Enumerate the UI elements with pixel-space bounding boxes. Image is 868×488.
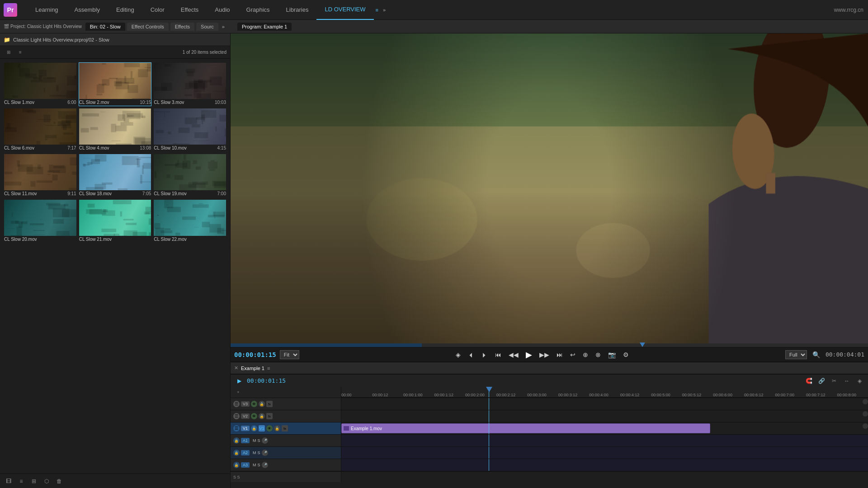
ruler-mark: 00:00:2:00: [465, 393, 485, 397]
razor-btn[interactable]: ✂: [829, 376, 839, 386]
track-a1: 🔒 A1 M S 🎤: [231, 435, 868, 447]
track-v3-fx-btn[interactable]: fx: [266, 401, 273, 407]
tab-program[interactable]: Program: Example 1: [237, 23, 292, 31]
track-v3-lock-btn[interactable]: 🔒: [259, 401, 265, 407]
nav-editing[interactable]: Editing: [108, 0, 142, 20]
track-v1-lock-btn[interactable]: 🔒: [251, 425, 257, 432]
media-item-6[interactable]: CL Slow 10.mov 4:15: [153, 108, 226, 152]
in-point-btn[interactable]: ⏴: [466, 349, 476, 360]
tl-arrow-btn[interactable]: ▶: [234, 376, 244, 386]
track-v2-lock-btn[interactable]: 🔒: [259, 413, 265, 419]
track-a1-mic-btn[interactable]: 🎤: [262, 437, 268, 444]
media-item-3[interactable]: CL Slow 3.mov 10:03: [153, 62, 226, 106]
track-a1-lock-btn[interactable]: 🔒: [233, 437, 240, 444]
media-item-12[interactable]: CL Slow 22.mov: [153, 199, 226, 243]
scrub-bar[interactable]: [231, 343, 868, 347]
nav-effects[interactable]: Effects: [173, 0, 207, 20]
tab-source[interactable]: Sourc: [196, 23, 218, 31]
insert-btn[interactable]: ⊕: [581, 349, 590, 360]
list-view-btn[interactable]: ≡: [15, 47, 25, 57]
track-v1-toggle-btn[interactable]: 👁: [266, 425, 273, 432]
track-a2-lock-btn[interactable]: 🔒: [233, 450, 240, 456]
out-point-btn[interactable]: ⏵: [480, 349, 490, 360]
step-back-btn[interactable]: ◀◀: [507, 349, 520, 360]
go-out-btn[interactable]: ⏭: [555, 349, 565, 360]
fit-dropdown[interactable]: Fit: [280, 350, 299, 359]
track-v1-eye-btn[interactable]: fx: [282, 425, 288, 432]
track-a2-content: [341, 447, 868, 459]
media-item-4[interactable]: CL Slow 6.mov 7:17: [4, 108, 77, 152]
new-item-btn[interactable]: 🎞: [4, 476, 14, 486]
track-a3-lock-btn[interactable]: 🔒: [233, 462, 240, 468]
settings-btn[interactable]: ⚙: [621, 349, 631, 360]
marker-add-btn[interactable]: ◈: [854, 376, 864, 386]
video-canvas: [231, 33, 868, 343]
track-v3-toggle-btn[interactable]: 👁: [251, 401, 257, 407]
track-v2-content: [341, 410, 868, 422]
go-in-btn[interactable]: ⏮: [493, 349, 503, 360]
zoom-btn[interactable]: 🔍: [811, 349, 822, 360]
track-a3: 🔒 A3 M S 🎤: [231, 459, 868, 471]
media-item-9[interactable]: CL Slow 19.mov 7:00: [153, 154, 226, 197]
clip-example1[interactable]: Example 1.mov: [341, 423, 710, 433]
ruler-mark: 00:00:8:00: [837, 393, 856, 397]
nav-ld-overview[interactable]: LD OVERVIEW: [316, 0, 373, 20]
spacer-btn[interactable]: ↔: [842, 376, 852, 386]
nav-assembly[interactable]: Assembly: [66, 0, 108, 20]
nav-libraries[interactable]: Libraries: [278, 0, 317, 20]
marker-btn[interactable]: ◈: [454, 349, 462, 360]
timeline-menu-icon[interactable]: ≡: [267, 366, 270, 371]
snap-btn[interactable]: 🧲: [804, 376, 814, 386]
items-selected-count: 1 of 20 items selected: [183, 50, 226, 55]
track-v1-content[interactable]: Example 1.mov: [341, 422, 868, 434]
media-item-1[interactable]: CL Slow 1.mov 6:00: [4, 62, 77, 106]
nav-audio[interactable]: Audio: [207, 0, 238, 20]
media-item-11[interactable]: CL Slow 21.mov: [79, 199, 152, 243]
overwrite-btn[interactable]: ⊗: [594, 349, 603, 360]
tab-effect-controls[interactable]: Effect Controls: [127, 23, 169, 31]
play-btn[interactable]: ▶: [524, 348, 534, 361]
quality-dropdown[interactable]: Full: [785, 350, 807, 359]
view-icon-btn[interactable]: ⊞: [4, 47, 14, 57]
track-v1-sync-btn[interactable]: ☰: [233, 425, 240, 432]
ruler-mark: 00:00:4:00: [589, 393, 609, 397]
loop-btn[interactable]: ↩: [568, 349, 577, 360]
media-grid: CL Slow 1.mov 6:00 CL Slow 2.mov 10:15 C…: [0, 59, 230, 474]
tab-effects[interactable]: Effects: [170, 23, 194, 31]
nav-color[interactable]: Color: [142, 0, 173, 20]
media-item-8[interactable]: CL Slow 18.mov 7:05: [79, 154, 152, 197]
track-v2-toggle-btn[interactable]: 👁: [251, 413, 257, 419]
timeline-bottom-bar: S S: [231, 471, 868, 482]
list-btn[interactable]: ≡: [16, 476, 26, 486]
ruler-mark: 00:00:2:12: [496, 393, 516, 397]
end-timecode: 00:00:04:01: [826, 351, 864, 358]
close-timeline-btn[interactable]: ✕: [234, 365, 238, 371]
track-a1-content: [341, 435, 868, 446]
media-item-7[interactable]: CL Slow 11.mov 9:11: [4, 154, 77, 197]
media-label-12: CL Slow 22.mov: [154, 236, 226, 243]
track-v2-fx-btn[interactable]: fx: [266, 413, 273, 419]
track-v1-fx-btn[interactable]: 🔒: [274, 425, 280, 432]
nav-more-icon[interactable]: »: [378, 7, 390, 13]
step-forward-btn[interactable]: ▶▶: [538, 349, 551, 360]
export-frame-btn[interactable]: 📷: [606, 349, 618, 360]
media-item-2[interactable]: CL Slow 2.mov 10:15: [79, 62, 152, 106]
media-item-5[interactable]: CL Slow 4.mov 13:08: [79, 108, 152, 152]
track-v2-sync-btn[interactable]: ☰: [233, 413, 240, 419]
icon-btn[interactable]: ⬡: [42, 476, 52, 486]
track-a3-mic-btn[interactable]: 🎤: [262, 462, 268, 468]
delete-btn[interactable]: 🗑: [54, 476, 64, 486]
track-v1-active-btn[interactable]: V1: [259, 425, 265, 432]
tab-bin-slow[interactable]: Bin: 02 - Slow: [85, 23, 125, 31]
link-btn[interactable]: 🔗: [816, 376, 826, 386]
tl-add-track-btn[interactable]: +: [233, 387, 243, 397]
media-item-10[interactable]: CL Slow 20.mov: [4, 199, 77, 243]
ruler-mark: 00:00:3:12: [558, 393, 578, 397]
nav-learning[interactable]: Learning: [27, 0, 66, 20]
media-label-7: CL Slow 11.mov 9:11: [4, 190, 76, 197]
nav-graphics[interactable]: Graphics: [238, 0, 278, 20]
track-v3-sync-btn[interactable]: ☰: [233, 401, 240, 407]
track-a2-mic-btn[interactable]: 🎤: [262, 450, 268, 456]
grid-btn[interactable]: ⊞: [29, 476, 39, 486]
tabs-more-icon[interactable]: »: [220, 24, 226, 29]
